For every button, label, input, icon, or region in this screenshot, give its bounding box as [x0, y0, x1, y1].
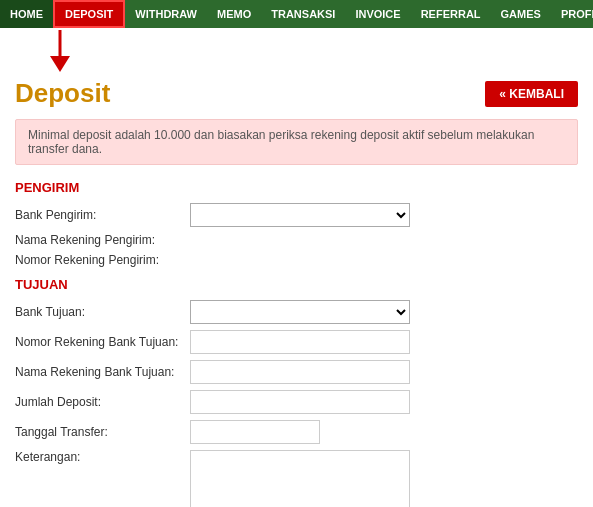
nav-deposit[interactable]: DEPOSIT	[53, 0, 125, 28]
main-navbar: HOME DEPOSIT WITHDRAW MEMO TRANSAKSI INV…	[0, 0, 593, 28]
nav-profil[interactable]: PROFIL	[551, 0, 593, 28]
nav-withdraw[interactable]: WITHDRAW	[125, 0, 207, 28]
nomor-pengirim-row: Nomor Rekening Pengirim:	[15, 253, 578, 267]
nav-transaksi[interactable]: TRANSAKSI	[261, 0, 345, 28]
tanggal-transfer-label: Tanggal Transfer:	[15, 425, 190, 439]
arrow-indicator	[0, 28, 593, 73]
pengirim-section-title: PENGIRIM	[15, 180, 578, 195]
keterangan-textarea[interactable]	[190, 450, 410, 507]
keterangan-row: Keterangan:	[15, 450, 578, 507]
keterangan-label: Keterangan:	[15, 450, 190, 464]
nav-referral[interactable]: REFERRAL	[411, 0, 491, 28]
page-title: Deposit	[15, 78, 110, 109]
nama-bank-tujuan-input[interactable]	[190, 360, 410, 384]
back-button[interactable]: « KEMBALI	[485, 81, 578, 107]
nama-bank-tujuan-label: Nama Rekening Bank Tujuan:	[15, 365, 190, 379]
alert-message: Minimal deposit adalah 10.000 dan biasak…	[15, 119, 578, 165]
bank-tujuan-row: Bank Tujuan:	[15, 300, 578, 324]
tanggal-transfer-row: Tanggal Transfer:	[15, 420, 578, 444]
nav-memo[interactable]: MEMO	[207, 0, 261, 28]
nomor-bank-tujuan-input[interactable]	[190, 330, 410, 354]
nama-bank-tujuan-row: Nama Rekening Bank Tujuan:	[15, 360, 578, 384]
bank-pengirim-label: Bank Pengirim:	[15, 208, 190, 222]
jumlah-deposit-row: Jumlah Deposit:	[15, 390, 578, 414]
down-arrow-icon	[30, 28, 90, 73]
bank-tujuan-label: Bank Tujuan:	[15, 305, 190, 319]
nomor-pengirim-label: Nomor Rekening Pengirim:	[15, 253, 190, 267]
bank-pengirim-select[interactable]	[190, 203, 410, 227]
bank-pengirim-row: Bank Pengirim:	[15, 203, 578, 227]
tujuan-section-title: TUJUAN	[15, 277, 578, 292]
nav-games[interactable]: GAMES	[491, 0, 551, 28]
nomor-bank-tujuan-label: Nomor Rekening Bank Tujuan:	[15, 335, 190, 349]
tanggal-transfer-input[interactable]	[190, 420, 320, 444]
svg-marker-1	[50, 56, 70, 72]
jumlah-deposit-label: Jumlah Deposit:	[15, 395, 190, 409]
nomor-bank-tujuan-row: Nomor Rekening Bank Tujuan:	[15, 330, 578, 354]
main-content: Deposit « KEMBALI Minimal deposit adalah…	[0, 73, 593, 507]
page-header: Deposit « KEMBALI	[15, 78, 578, 109]
jumlah-deposit-input[interactable]	[190, 390, 410, 414]
nama-pengirim-label: Nama Rekening Pengirim:	[15, 233, 190, 247]
nav-invoice[interactable]: INVOICE	[345, 0, 410, 28]
nav-home[interactable]: HOME	[0, 0, 53, 28]
nama-pengirim-row: Nama Rekening Pengirim:	[15, 233, 578, 247]
bank-tujuan-select[interactable]	[190, 300, 410, 324]
